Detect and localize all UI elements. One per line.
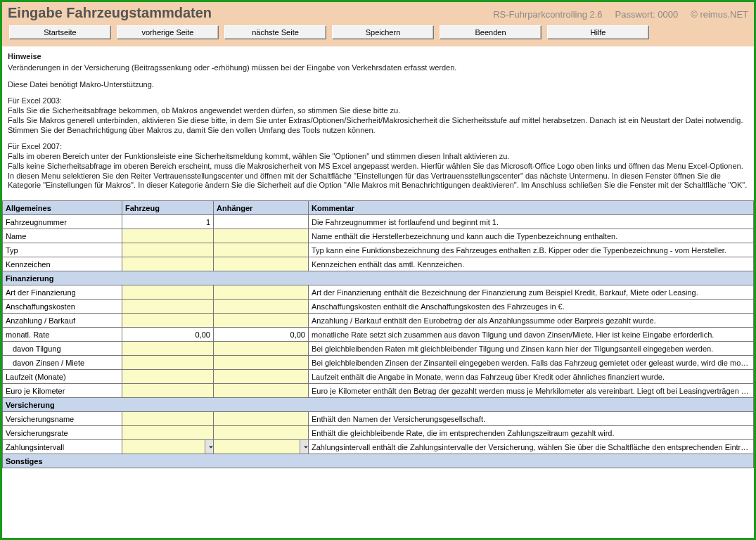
comment-kennzeichen: Kennzeichen enthält das amtl. Kennzeiche… [309, 257, 754, 271]
section-finanzierung-label: Finanzierung [3, 271, 754, 285]
tilgung-fahrzeug[interactable] [122, 342, 214, 356]
comment-zinsen: Bei gleichbleibenden Zinsen der Zinsante… [309, 356, 754, 370]
row-laufzeit: Laufzeit (Monate) Laufzeit enthält die A… [3, 370, 754, 384]
header: Eingabe Fahrzeugstammdaten RS-Fuhrparkco… [2, 2, 754, 46]
comment-art-fin: Art der Finanzierung enthält die Bezeich… [309, 285, 754, 300]
zinsen-fahrzeug[interactable] [122, 356, 214, 370]
row-kennzeichen: Kennzeichen Kennzeichen enthält das amtl… [3, 257, 754, 271]
hinweise-title: Hinweise [8, 52, 748, 62]
laufzeit-anhaenger[interactable] [214, 370, 309, 384]
comment-vers-rate: Enthält die gleichbleibende Rate, die im… [309, 426, 754, 440]
col-anhaenger: Anhänger [214, 201, 309, 215]
vers-rate-fahrzeug[interactable] [122, 426, 214, 440]
row-davon-zinsen: davon Zinsen / Miete Bei gleichbleibende… [3, 356, 754, 370]
label-art-fin: Art der Finanzierung [3, 285, 122, 300]
anschaffung-anhaenger[interactable] [214, 300, 309, 314]
data-grid: Allgemeines Fahrzeug Anhänger Kommentar … [2, 200, 754, 468]
name-anhaenger[interactable] [214, 229, 309, 243]
row-name: Name Name enthält die Herstellerbezeichn… [3, 229, 754, 243]
app-frame: Eingabe Fahrzeugstammdaten RS-Fuhrparkco… [0, 0, 756, 540]
kennzeichen-fahrzeug[interactable] [122, 257, 214, 271]
name-fahrzeug[interactable] [122, 229, 214, 243]
title-bar: Eingabe Fahrzeugstammdaten RS-Fuhrparkco… [2, 2, 754, 22]
section-finanzierung: Finanzierung [3, 271, 754, 285]
section-sonstiges-label: Sonstiges [3, 454, 754, 468]
excel2007-line-a: Falls im oberen Bereich unter der Funkti… [8, 152, 509, 160]
fahrzeugnummer-anhaenger[interactable] [214, 215, 309, 229]
comment-name: Name enthält die Herstellerbezeichnung u… [309, 229, 754, 243]
monatl-rate-anhaenger: 0,00 [214, 328, 309, 342]
comment-euro-km: Euro je Kilometer enthält den Betrag der… [309, 384, 754, 398]
prev-page-button[interactable]: vorherige Seite [117, 25, 219, 39]
tilgung-anhaenger[interactable] [214, 342, 309, 356]
col-kommentar: Kommentar [309, 201, 754, 215]
col-allgemeines: Allgemeines [3, 201, 122, 215]
zahl-intervall-fahrzeug-value[interactable] [122, 440, 205, 454]
hinweise-excel2007: Für Excel 2007: Falls im oberen Bereich … [8, 142, 748, 191]
row-anzahlung: Anzahlung / Barkauf Anzahlung / Barkauf … [3, 314, 754, 328]
exit-button[interactable]: Beenden [440, 25, 542, 39]
comment-zahl-intervall: Zahlungsintervall enthält die Zahlungsin… [309, 440, 754, 454]
chevron-down-icon[interactable] [205, 440, 214, 454]
product-name: RS-Fuhrparkcontrolling 2.6 [493, 9, 602, 20]
excel2003-heading: Für Excel 2003: [8, 96, 62, 105]
label-anschaffung: Anschaffungskosten [3, 300, 122, 314]
hinweise-excel2003: Für Excel 2003: Falls Sie die Sicherheit… [8, 96, 748, 135]
comment-typ: Typ kann eine Funktionsbezeichnung des F… [309, 243, 754, 257]
excel2003-line-b: Falls Sie Makros generell unterbinden, a… [8, 116, 743, 134]
anschaffung-fahrzeug[interactable] [122, 300, 214, 314]
zinsen-anhaenger[interactable] [214, 356, 309, 370]
vers-name-fahrzeug[interactable] [122, 412, 214, 426]
row-anschaffungskosten: Anschaffungskosten Anschaffungskosten en… [3, 300, 754, 314]
section-allgemeines: Allgemeines Fahrzeug Anhänger Kommentar [3, 201, 754, 215]
label-anzahlung: Anzahlung / Barkauf [3, 314, 122, 328]
hinweise-p2: Diese Datei benötigt Makro-Unterstützung… [8, 80, 748, 90]
euro-km-anhaenger[interactable] [214, 384, 309, 398]
section-sonstiges: Sonstiges [3, 454, 754, 468]
start-button[interactable]: Startseite [9, 25, 111, 39]
zahl-intervall-fahrzeug[interactable] [122, 440, 214, 454]
section-versicherung: Versicherung [3, 398, 754, 412]
next-page-button[interactable]: nächste Seite [224, 25, 326, 39]
hinweise-block: Hinweise Veränderungen in der Versicheru… [2, 46, 754, 200]
vers-name-anhaenger[interactable] [214, 412, 309, 426]
chevron-down-icon[interactable] [300, 440, 309, 454]
row-davon-tilgung: davon Tilgung Bei gleichbleibenden Raten… [3, 342, 754, 356]
row-zahlungsintervall: Zahlungsintervall Zahlungsintervall en [3, 440, 754, 454]
row-versicherungsrate: Versicherungsrate Enthält die gleichblei… [3, 426, 754, 440]
kennzeichen-anhaenger[interactable] [214, 257, 309, 271]
row-art-finanzierung: Art der Finanzierung Art der Finanzierun… [3, 285, 754, 300]
label-zinsen: davon Zinsen / Miete [3, 356, 122, 370]
art-fin-anhaenger[interactable] [214, 285, 309, 300]
art-fin-fahrzeug[interactable] [122, 285, 214, 300]
comment-anzahlung: Anzahlung / Barkauf enthält den Eurobetr… [309, 314, 754, 328]
row-euro-je-km: Euro je Kilometer Euro je Kilometer enth… [3, 384, 754, 398]
fahrzeugnummer-fahrzeug[interactable]: 1 [122, 215, 214, 229]
row-fahrzeugnummer: Fahrzeugnummer 1 Die Fahrzeugnummer ist … [3, 215, 754, 229]
anzahlung-fahrzeug[interactable] [122, 314, 214, 328]
zahl-intervall-anhaenger-value[interactable] [214, 440, 300, 454]
typ-fahrzeug[interactable] [122, 243, 214, 257]
laufzeit-fahrzeug[interactable] [122, 370, 214, 384]
anzahlung-anhaenger[interactable] [214, 314, 309, 328]
euro-km-fahrzeug[interactable] [122, 384, 214, 398]
hinweise-p1: Veränderungen in der Versicherung (Beitr… [8, 63, 748, 73]
comment-monatl-rate: monatliche Rate setzt sich zusammen aus … [309, 328, 754, 342]
help-button[interactable]: Hilfe [547, 25, 649, 39]
comment-anschaffung: Anschaffungskosten enthält die Anschaffu… [309, 300, 754, 314]
save-button[interactable]: Speichern [332, 25, 434, 39]
excel2007-heading: Für Excel 2007: [8, 142, 62, 150]
label-laufzeit: Laufzeit (Monate) [3, 370, 122, 384]
label-euro-km: Euro je Kilometer [3, 384, 122, 398]
row-versicherungsname: Versicherungsname Enthält den Namen der … [3, 412, 754, 426]
row-monatl-rate: monatl. Rate 0,00 0,00 monatliche Rate s… [3, 328, 754, 342]
vers-rate-anhaenger[interactable] [214, 426, 309, 440]
typ-anhaenger[interactable] [214, 243, 309, 257]
comment-fahrzeugnummer: Die Fahrzeugnummer ist fortlaufend und b… [309, 215, 754, 229]
label-name: Name [3, 229, 122, 243]
label-tilgung: davon Tilgung [3, 342, 122, 356]
comment-laufzeit: Laufzeit enthält die Angabe in Monate, w… [309, 370, 754, 384]
zahl-intervall-anhaenger[interactable] [214, 440, 309, 454]
excel2007-line-b: Falls keine Sicherheitsabfrage im oberen… [8, 162, 747, 190]
monatl-rate-fahrzeug: 0,00 [122, 328, 214, 342]
